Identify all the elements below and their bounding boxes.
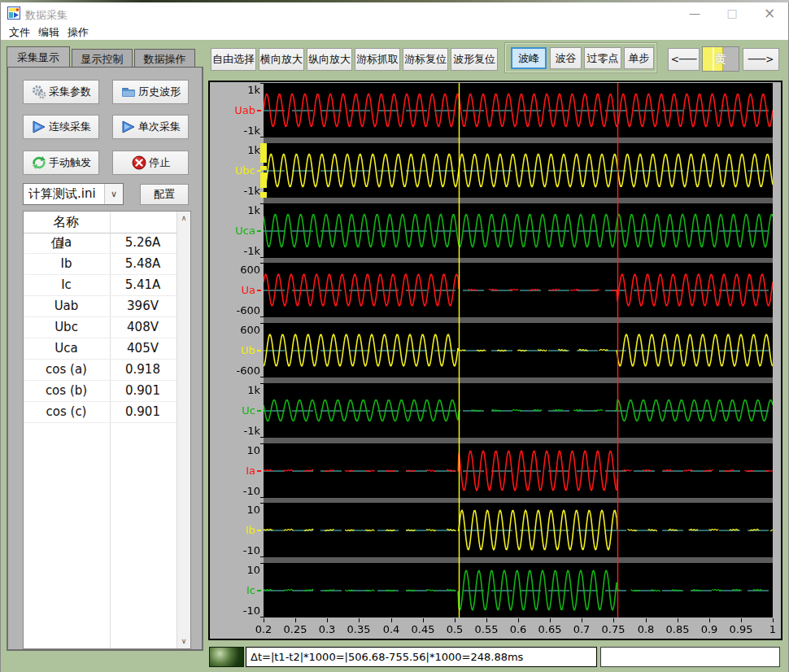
y-axis-tick [260, 383, 264, 384]
row-name: cos (a) [24, 360, 109, 379]
row-value: 396V [109, 296, 177, 316]
step-back-button[interactable]: <─── [668, 48, 700, 71]
row-value: 0.918 [109, 360, 177, 379]
close-button[interactable]: × [751, 2, 788, 24]
y-min-label: -1k [210, 425, 260, 437]
x-axis-tick [550, 618, 551, 622]
menu-item-operate[interactable]: 操作 [63, 25, 94, 40]
y-axis-tick [260, 443, 264, 444]
row-value: 5.41A [109, 275, 177, 295]
channel-name-label: Ua [210, 284, 255, 296]
y-max-label: 1k [210, 144, 260, 156]
cursor-mode-group: 波峰 波谷 过零点 单步 [504, 42, 657, 73]
x-axis-label: 0.85 [661, 623, 694, 635]
table-row[interactable]: Ubc408V [24, 317, 177, 338]
toolbar-hzoom-button[interactable]: 横向放大 [259, 48, 304, 71]
channel-name-label: Ia [210, 465, 255, 477]
toolbar-cursor-reset-button[interactable]: 游标复位 [403, 48, 448, 71]
channel-select-slider[interactable]: 黄 [702, 46, 739, 72]
channel-name-dash [257, 470, 261, 472]
y-min-label: -1k [210, 185, 260, 197]
acquisition-params-label: 采集参数 [49, 85, 91, 99]
manual-trigger-label: 手动触发 [49, 155, 91, 170]
x-axis-label: 1 [756, 623, 789, 635]
mode-trough-button[interactable]: 波谷 [550, 47, 582, 69]
table-row[interactable]: Uab396V [24, 296, 177, 317]
row-value: 405V [109, 338, 177, 358]
scroll-down-icon[interactable]: ∨ [177, 635, 190, 648]
channel-name-dash [257, 350, 261, 351]
y-max-label: 10 [210, 444, 260, 456]
toolbar-free-select-button[interactable]: 自由选择 [211, 48, 256, 71]
x-axis-label: 0.3 [311, 623, 343, 635]
y-max-label: 1k [210, 84, 260, 96]
x-axis-tick [295, 618, 296, 622]
toolbar-wave-reset-button[interactable]: 波形复位 [451, 48, 498, 71]
channel-name-label: Ubc [210, 164, 255, 177]
y-axis-tick [260, 137, 264, 137]
menu-item-file[interactable]: 文件 [4, 25, 35, 40]
x-axis-tick [741, 618, 742, 622]
stop-button[interactable]: 停止 [112, 151, 189, 175]
y-max-label: 600 [210, 264, 260, 276]
x-axis-label: 0.55 [470, 623, 503, 635]
table-row[interactable]: Uca405V [24, 338, 177, 360]
step-forward-button[interactable]: ───> [743, 48, 779, 71]
single-acquire-button[interactable]: 单次采集 [112, 115, 189, 139]
menu-item-edit[interactable]: 编辑 [33, 25, 64, 40]
minimize-button[interactable]: — [676, 2, 713, 24]
y-min-label: -600 [210, 364, 260, 377]
selected-channel-indicator[interactable] [260, 143, 267, 163]
waveform-panel: 1k-1kUab1k-1kUbc1k-1kUca600-600Ua600-600… [208, 81, 782, 640]
x-axis-tick [359, 618, 360, 622]
selected-channel-indicator[interactable] [260, 166, 267, 170]
y-axis-tick [260, 83, 264, 84]
x-axis-label: 0.75 [597, 623, 630, 635]
channel-name-label: Ub [210, 344, 255, 356]
table-row[interactable]: Ib5.48A [24, 254, 177, 275]
table-row[interactable]: Ia5.26A [24, 233, 177, 254]
config-file-select[interactable]: 计算测试.ini ∨ [23, 183, 124, 205]
left-panel: 采集参数 历史波形 连续采集 单次采集 [7, 67, 203, 651]
table-row[interactable]: cos (c)0.901 [24, 402, 177, 423]
x-axis-label: 0.95 [725, 623, 757, 635]
scroll-up-icon[interactable]: ∧ [177, 212, 190, 225]
maximize-button[interactable]: □ [713, 2, 751, 24]
toolbar-vzoom-button[interactable]: 纵向放大 [307, 48, 352, 71]
y-min-label: -10 [210, 604, 260, 617]
chevron-down-icon[interactable]: ∨ [104, 184, 123, 204]
manual-trigger-button[interactable]: 手动触发 [23, 151, 99, 175]
config-button[interactable]: 配置 [140, 184, 189, 205]
folder-icon [120, 84, 137, 100]
tab-acquisition-display[interactable]: 采集显示 [7, 46, 70, 68]
history-waveform-button[interactable]: 历史波形 [112, 80, 189, 104]
selected-channel-indicator[interactable] [260, 192, 267, 198]
table-row[interactable]: cos (a)0.918 [24, 360, 177, 381]
selected-channel-indicator[interactable] [260, 172, 267, 188]
x-axis-tick [678, 618, 678, 622]
app-icon [7, 7, 20, 20]
toolbar-cursor-grab-button[interactable]: 游标抓取 [355, 48, 400, 71]
play-icon [31, 119, 47, 135]
mode-single-step-button[interactable]: 单步 [624, 47, 654, 69]
x-axis-label: 0.5 [438, 623, 471, 635]
table-row[interactable]: Ic5.41A [24, 275, 177, 296]
y-axis-tick [260, 203, 264, 204]
row-value: 0.901 [109, 381, 177, 400]
y-axis-tick [260, 323, 264, 324]
channel-name-dash [257, 170, 261, 172]
x-axis-label: 0.6 [502, 623, 534, 635]
table-scrollbar[interactable]: ∧ ∨ [177, 212, 190, 648]
history-waveform-label: 历史波形 [138, 85, 181, 99]
acquisition-params-button[interactable]: 采集参数 [23, 80, 99, 104]
mode-zero-cross-button[interactable]: 过零点 [584, 47, 621, 69]
y-axis-tick [260, 563, 264, 564]
table-row[interactable]: cos (b)0.901 [24, 381, 177, 402]
continuous-acquire-button[interactable]: 连续采集 [23, 115, 99, 139]
x-axis-tick [518, 618, 519, 622]
mode-peak-button[interactable]: 波峰 [511, 47, 547, 69]
y-axis-tick [260, 263, 264, 264]
y-min-label: -10 [210, 485, 260, 497]
aux-status-field [600, 647, 780, 667]
row-name: Ib [24, 254, 109, 273]
